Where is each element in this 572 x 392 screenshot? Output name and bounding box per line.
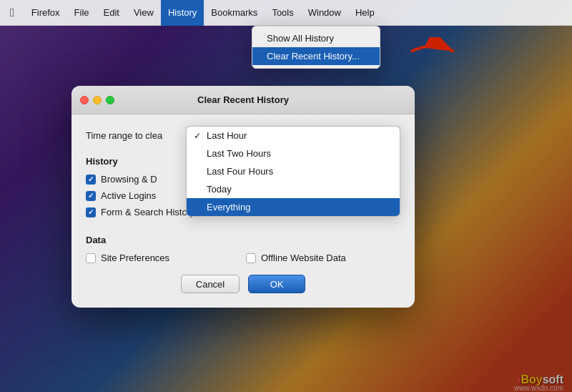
- option-today[interactable]: Today: [187, 180, 400, 198]
- form-search-checkbox[interactable]: ✓: [86, 207, 96, 217]
- cancel-button[interactable]: Cancel: [181, 275, 240, 293]
- tools-menu[interactable]: Tools: [265, 0, 300, 26]
- browsing-label: Browsing & D: [101, 174, 157, 185]
- show-all-history-item[interactable]: Show All History: [252, 29, 380, 47]
- check-icon: ✓: [88, 208, 94, 216]
- time-range-row: Time range to clea Everything ▼ Last Hou…: [86, 126, 400, 144]
- data-checkboxes: Site Preferences Offline Website Data: [86, 253, 400, 263]
- option-last-hour[interactable]: Last Hour: [187, 127, 400, 144]
- apple-menu[interactable]: : [0, 0, 24, 26]
- view-menu[interactable]: View: [127, 0, 161, 26]
- clear-recent-history-item[interactable]: Clear Recent History...: [252, 47, 380, 65]
- check-icon: ✓: [88, 192, 94, 200]
- site-prefs-checkbox-row: Site Preferences: [86, 253, 240, 263]
- dialog-buttons: Cancel OK: [86, 275, 400, 293]
- edit-menu[interactable]: Edit: [97, 0, 127, 26]
- offline-data-label: Offline Website Data: [261, 253, 346, 263]
- section-divider: [86, 223, 400, 235]
- close-button[interactable]: [80, 96, 89, 104]
- time-range-label: Time range to clea: [86, 130, 186, 141]
- time-range-select-wrapper[interactable]: Everything ▼ Last Hour Last Two Hours La…: [186, 126, 400, 144]
- maximize-button[interactable]: [106, 96, 114, 104]
- menubar:  Firefox File Edit View History Bookmar…: [0, 0, 572, 26]
- option-last-four-hours[interactable]: Last Four Hours: [187, 162, 400, 180]
- time-range-dropdown: Last Hour Last Two Hours Last Four Hours…: [186, 126, 400, 217]
- data-section: Data Site Preferences Offline Website Da…: [86, 235, 400, 263]
- firefox-menu[interactable]: Firefox: [24, 0, 67, 26]
- offline-data-checkbox-row: Offline Website Data: [246, 253, 400, 263]
- clear-history-dialog: Clear Recent History Time range to clea …: [72, 86, 415, 308]
- ok-button[interactable]: OK: [248, 275, 305, 293]
- window-menu[interactable]: Window: [301, 0, 348, 26]
- data-section-heading: Data: [86, 235, 400, 245]
- dialog-body: Time range to clea Everything ▼ Last Hou…: [72, 114, 415, 308]
- option-last-two-hours[interactable]: Last Two Hours: [187, 144, 400, 162]
- bookmarks-menu[interactable]: Bookmarks: [204, 0, 265, 26]
- browsing-checkbox[interactable]: ✓: [86, 175, 96, 185]
- annotation-arrow: [404, 37, 461, 71]
- dialog-titlebar: Clear Recent History: [72, 86, 415, 114]
- site-prefs-label: Site Preferences: [101, 253, 169, 263]
- option-everything[interactable]: Everything: [187, 198, 400, 216]
- dialog-title: Clear Recent History: [83, 94, 403, 105]
- history-dropdown: Show All History Clear Recent History...: [252, 26, 380, 69]
- minimize-button[interactable]: [93, 96, 102, 104]
- history-menu[interactable]: History: [161, 0, 204, 26]
- form-search-label: Form & Search History: [101, 207, 194, 217]
- active-logins-checkbox[interactable]: ✓: [86, 191, 96, 201]
- file-menu[interactable]: File: [67, 0, 97, 26]
- traffic-lights: [80, 96, 114, 104]
- site-prefs-checkbox[interactable]: [86, 253, 96, 263]
- check-icon: ✓: [88, 175, 94, 183]
- offline-data-checkbox[interactable]: [246, 253, 256, 263]
- help-menu[interactable]: Help: [348, 0, 382, 26]
- active-logins-label: Active Logins: [101, 190, 156, 201]
